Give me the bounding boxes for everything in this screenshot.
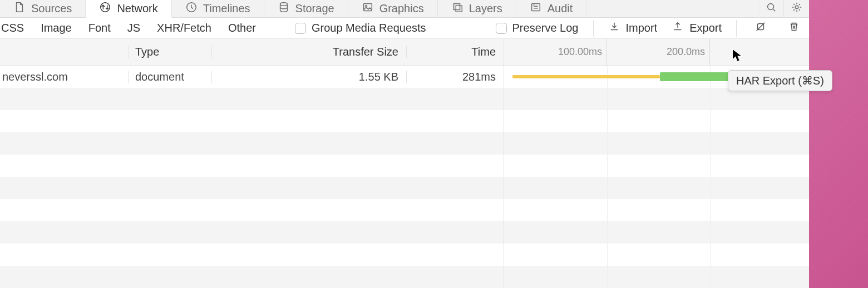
filter-font[interactable]: Font [87, 22, 112, 34]
col-size[interactable]: Transfer Size [211, 46, 406, 58]
gear-icon [791, 1, 803, 16]
table-row [0, 132, 809, 155]
svg-point-0 [101, 2, 110, 12]
clear-requests-button[interactable] [785, 21, 803, 36]
clear-filters-button[interactable] [751, 21, 770, 36]
filter-css[interactable]: CSS [0, 22, 25, 34]
col-waterfall[interactable]: 100.00ms 200.0ms [504, 39, 809, 65]
import-icon [608, 21, 620, 36]
filter-bar: CSS Image Font JS XHR/Fetch Other Group … [0, 18, 809, 39]
svg-point-9 [795, 6, 798, 9]
audit-icon [530, 1, 542, 16]
filter-other[interactable]: Other [227, 22, 257, 34]
export-button[interactable]: Export [672, 21, 722, 36]
tab-graphics[interactable]: Graphics [348, 0, 438, 17]
table-row[interactable]: neverssl.com document 1.55 KB 281ms [0, 66, 809, 88]
table-row [0, 244, 809, 266]
table-row [0, 110, 809, 132]
table-body: neverssl.com document 1.55 KB 281ms [0, 66, 809, 288]
export-tooltip: HAR Export (⌘S) [728, 70, 832, 91]
tab-timelines[interactable]: Timelines [172, 0, 264, 17]
layers-icon [451, 1, 463, 16]
svg-rect-7 [531, 4, 540, 11]
search-icon [765, 1, 777, 16]
waterfall-wait-bar [512, 75, 660, 78]
checkbox-label: Preserve Log [512, 22, 579, 34]
network-icon [99, 1, 111, 16]
tab-network[interactable]: Network [86, 0, 171, 18]
settings-button[interactable] [783, 0, 809, 17]
devtools-window: Sources Network Timelines Storage Graphi… [0, 0, 809, 288]
table-row [0, 88, 809, 110]
svg-rect-6 [456, 6, 462, 12]
export-icon [672, 21, 684, 36]
group-media-checkbox[interactable]: Group Media Requests [295, 22, 426, 34]
cell-size: 1.55 KB [211, 71, 406, 83]
filter-xhr[interactable]: XHR/Fetch [156, 22, 213, 34]
action-label: Import [626, 22, 658, 34]
timeline-tick: 200.0ms [607, 39, 710, 65]
import-button[interactable]: Import [608, 21, 658, 36]
tab-bar: Sources Network Timelines Storage Graphi… [0, 0, 809, 18]
image-icon [362, 1, 374, 16]
tab-label: Network [117, 2, 157, 15]
checkbox-box [295, 23, 306, 34]
tab-sources[interactable]: Sources [0, 0, 86, 17]
tab-layers[interactable]: Layers [438, 0, 516, 17]
search-button[interactable] [758, 0, 783, 17]
svg-rect-3 [363, 4, 372, 11]
tab-label: Layers [469, 2, 502, 15]
table-row [0, 155, 809, 177]
table-row [0, 221, 809, 244]
desktop-backdrop [809, 0, 868, 288]
table-row [0, 199, 809, 221]
svg-point-8 [767, 4, 773, 10]
checkbox-label: Group Media Requests [312, 22, 426, 34]
cell-type: document [128, 71, 211, 83]
no-filter-icon [754, 21, 767, 36]
divider [736, 20, 737, 37]
action-label: Export [689, 22, 722, 34]
checkbox-box [496, 23, 507, 34]
tab-label: Sources [31, 2, 72, 15]
clock-icon [185, 1, 198, 16]
timeline-tick: 100.00ms [504, 39, 607, 65]
table-row [0, 266, 809, 288]
col-time[interactable]: Time [406, 46, 504, 58]
col-type[interactable]: Type [128, 46, 211, 58]
tab-label: Timelines [203, 2, 250, 15]
table-row [0, 177, 809, 199]
tab-audit[interactable]: Audit [516, 0, 587, 17]
tab-label: Audit [548, 2, 573, 15]
requests-table: Type Transfer Size Time 100.00ms 200.0ms… [0, 39, 809, 288]
tab-storage[interactable]: Storage [264, 0, 348, 17]
tab-label: Graphics [379, 2, 424, 15]
table-header: Type Transfer Size Time 100.00ms 200.0ms [0, 39, 809, 66]
svg-rect-5 [453, 4, 460, 10]
tab-label: Storage [295, 2, 334, 15]
filter-js[interactable]: JS [126, 22, 141, 34]
preserve-log-checkbox[interactable]: Preserve Log [496, 22, 579, 34]
svg-point-2 [280, 3, 287, 6]
filter-image[interactable]: Image [40, 22, 73, 34]
trash-icon [788, 21, 800, 36]
cell-name: neverssl.com [0, 71, 128, 83]
storage-icon [278, 1, 290, 16]
document-icon [13, 1, 26, 16]
divider [593, 20, 594, 37]
cell-time: 281ms [406, 71, 504, 83]
